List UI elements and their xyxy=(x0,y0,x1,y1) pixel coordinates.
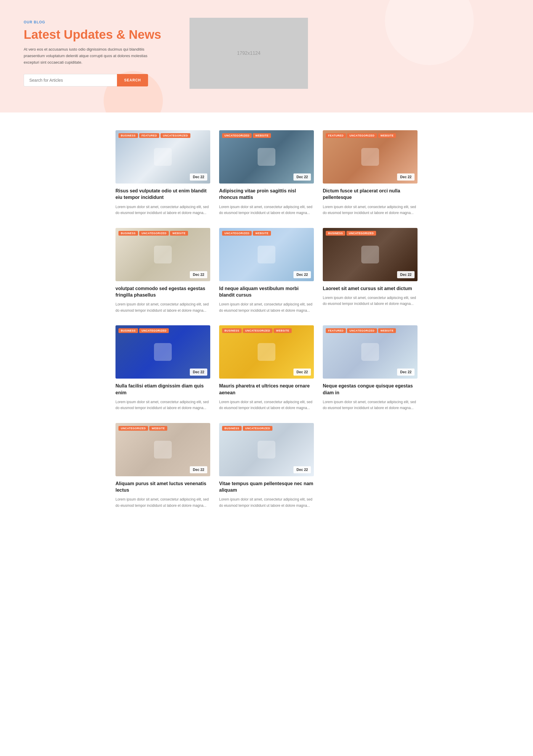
article-tag: UNCATEGORIZED xyxy=(160,133,190,138)
card-title[interactable]: Nulla facilisi etiam dignissim diam quis… xyxy=(116,383,210,396)
card-image-wrap: BUSINESSUNCATEGORIZEDWEBSITE Dec 22 xyxy=(219,325,314,379)
article-tag: BUSINESS xyxy=(222,328,241,333)
card-tags: FEATUREDUNCATEGORIZEDWEBSITE xyxy=(326,133,396,138)
card-title[interactable]: Neque egestas congue quisque egestas dia… xyxy=(323,383,417,396)
card-image-wrap: FEATUREDUNCATEGORIZEDWEBSITE Dec 22 xyxy=(323,325,417,379)
hero-eyebrow: OUR BLOG xyxy=(24,20,172,24)
card-title[interactable]: Dictum fusce ut placerat orci nulla pell… xyxy=(323,188,417,201)
card-date: Dec 22 xyxy=(190,368,207,376)
hero-title-highlight: News xyxy=(129,28,161,41)
card-date: Dec 22 xyxy=(294,174,311,180)
article-tag: BUSINESS xyxy=(222,426,241,431)
blog-card[interactable]: FEATUREDUNCATEGORIZEDWEBSITE Dec 22 Nequ… xyxy=(323,325,417,411)
card-tags: FEATUREDUNCATEGORIZEDWEBSITE xyxy=(326,328,396,333)
article-tag: UNCATEGORIZED xyxy=(347,328,377,333)
card-excerpt: Lorem ipsum dolor sit amet, consectetur … xyxy=(323,399,417,411)
hero-description: At vero eos et accusamus iusto odio dign… xyxy=(24,46,148,66)
article-tag: UNCATEGORIZED xyxy=(119,426,148,431)
card-title[interactable]: Aliquam purus sit amet luctus venenatis … xyxy=(116,480,210,494)
card-title[interactable]: Vitae tempus quam pellentesque nec nam a… xyxy=(219,480,314,494)
article-tag: WEBSITE xyxy=(253,133,271,138)
card-title[interactable]: Mauris pharetra et ultrices neque ornare… xyxy=(219,383,314,396)
card-image-wrap: FEATUREDUNCATEGORIZEDWEBSITE Dec 22 xyxy=(323,130,417,183)
blog-card[interactable]: UNCATEGORIZEDWEBSITE Dec 22 Adipiscing v… xyxy=(219,130,314,216)
card-image-wrap: UNCATEGORIZEDWEBSITE Dec 22 xyxy=(219,228,314,281)
hero-image: 1792x1124 xyxy=(189,18,308,89)
card-excerpt: Lorem ipsum dolor sit amet, consectetur … xyxy=(116,399,210,411)
article-tag: UNCATEGORIZED xyxy=(347,231,376,236)
article-tag: UNCATEGORIZED xyxy=(347,133,377,138)
card-date: Dec 22 xyxy=(397,174,414,180)
card-excerpt: Lorem ipsum dolor sit amet, consectetur … xyxy=(323,204,417,216)
card-tags: BUSINESSFEATUREDUNCATEGORIZED xyxy=(119,133,190,138)
blog-card[interactable]: FEATUREDUNCATEGORIZEDWEBSITE Dec 22 Dict… xyxy=(323,130,417,216)
article-tag: BUSINESS xyxy=(119,133,138,138)
card-image-wrap: BUSINESSFEATUREDUNCATEGORIZED Dec 22 xyxy=(116,130,210,183)
article-tag: WEBSITE xyxy=(274,328,292,333)
article-tag: FEATURED xyxy=(326,133,346,138)
article-tag: WEBSITE xyxy=(378,133,396,138)
card-title[interactable]: Risus sed vulputate odio ut enim blandit… xyxy=(116,188,210,201)
card-tags: BUSINESSUNCATEGORIZED xyxy=(119,328,169,333)
article-tag: WEBSITE xyxy=(170,231,188,236)
article-tag: WEBSITE xyxy=(149,426,167,431)
blog-card[interactable]: UNCATEGORIZEDWEBSITE Dec 22 Aliquam puru… xyxy=(116,423,210,509)
blog-card[interactable]: BUSINESSUNCATEGORIZED Dec 22 Vitae tempu… xyxy=(219,423,314,509)
card-excerpt: Lorem ipsum dolor sit amet, consectetur … xyxy=(116,497,210,508)
card-tags: BUSINESSUNCATEGORIZEDWEBSITE xyxy=(222,328,292,333)
card-excerpt: Lorem ipsum dolor sit amet, consectetur … xyxy=(323,295,417,307)
card-image-wrap: BUSINESSUNCATEGORIZED Dec 22 xyxy=(219,423,314,476)
article-tag: UNCATEGORIZED xyxy=(222,231,252,236)
blog-card[interactable]: UNCATEGORIZEDWEBSITE Dec 22 Id neque ali… xyxy=(219,228,314,314)
card-date: Dec 22 xyxy=(397,271,414,278)
card-date: Dec 22 xyxy=(294,368,311,376)
article-tag: FEATURED xyxy=(326,328,346,333)
article-tag: FEATURED xyxy=(139,133,159,138)
article-tag: UNCATEGORIZED xyxy=(222,133,252,138)
blog-card[interactable]: BUSINESSUNCATEGORIZEDWEBSITE Dec 22 volu… xyxy=(116,228,210,314)
article-tag: UNCATEGORIZED xyxy=(243,328,272,333)
card-tags: BUSINESSUNCATEGORIZEDWEBSITE xyxy=(119,231,188,236)
article-tag: UNCATEGORIZED xyxy=(139,328,169,333)
card-tags: UNCATEGORIZEDWEBSITE xyxy=(222,133,271,138)
article-tag: UNCATEGORIZED xyxy=(139,231,169,236)
card-tags: BUSINESSUNCATEGORIZED xyxy=(326,231,376,236)
article-tag: WEBSITE xyxy=(253,231,271,236)
card-date: Dec 22 xyxy=(190,466,207,473)
article-tag: UNCATEGORIZED xyxy=(243,426,272,431)
card-date: Dec 22 xyxy=(294,271,311,278)
hero-title-start: Latest Updates & xyxy=(24,28,129,41)
article-tag: BUSINESS xyxy=(326,231,345,236)
blog-card[interactable]: BUSINESSUNCATEGORIZED Dec 22 Laoreet sit… xyxy=(323,228,417,314)
card-image-wrap: UNCATEGORIZEDWEBSITE Dec 22 xyxy=(116,423,210,476)
card-title[interactable]: Adipiscing vitae proin sagittis nisl rho… xyxy=(219,188,314,201)
card-excerpt: Lorem ipsum dolor sit amet, consectetur … xyxy=(116,301,210,313)
card-title[interactable]: volutpat commodo sed egestas egestas fri… xyxy=(116,285,210,299)
card-tags: UNCATEGORIZEDWEBSITE xyxy=(119,426,167,431)
card-date: Dec 22 xyxy=(190,174,207,180)
card-excerpt: Lorem ipsum dolor sit amet, consectetur … xyxy=(219,204,314,216)
search-button[interactable]: SEARCH xyxy=(117,74,148,87)
card-excerpt: Lorem ipsum dolor sit amet, consectetur … xyxy=(116,204,210,216)
card-title[interactable]: Id neque aliquam vestibulum morbi blandi… xyxy=(219,285,314,299)
card-excerpt: Lorem ipsum dolor sit amet, consectetur … xyxy=(219,399,314,411)
blog-section: BUSINESSFEATUREDUNCATEGORIZED Dec 22 Ris… xyxy=(104,130,429,508)
blog-grid: BUSINESSFEATUREDUNCATEGORIZED Dec 22 Ris… xyxy=(116,130,417,508)
blog-card[interactable]: BUSINESSFEATUREDUNCATEGORIZED Dec 22 Ris… xyxy=(116,130,210,216)
card-excerpt: Lorem ipsum dolor sit amet, consectetur … xyxy=(219,497,314,508)
hero-content: OUR BLOG Latest Updates & News At vero e… xyxy=(24,20,172,87)
search-bar: SEARCH xyxy=(24,74,148,87)
hero-title: Latest Updates & News xyxy=(24,27,172,42)
card-tags: UNCATEGORIZEDWEBSITE xyxy=(222,231,271,236)
blog-card[interactable]: BUSINESSUNCATEGORIZEDWEBSITE Dec 22 Maur… xyxy=(219,325,314,411)
card-image-wrap: BUSINESSUNCATEGORIZEDWEBSITE Dec 22 xyxy=(116,228,210,281)
card-date: Dec 22 xyxy=(190,271,207,278)
card-date: Dec 22 xyxy=(397,368,414,376)
search-input[interactable] xyxy=(24,74,117,87)
card-excerpt: Lorem ipsum dolor sit amet, consectetur … xyxy=(219,301,314,313)
blog-card[interactable]: BUSINESSUNCATEGORIZED Dec 22 Nulla facil… xyxy=(116,325,210,411)
card-title[interactable]: Laoreet sit amet cursus sit amet dictum xyxy=(323,285,417,292)
card-image-wrap: BUSINESSUNCATEGORIZED Dec 22 xyxy=(116,325,210,379)
article-tag: BUSINESS xyxy=(119,328,138,333)
card-image-wrap: UNCATEGORIZEDWEBSITE Dec 22 xyxy=(219,130,314,183)
